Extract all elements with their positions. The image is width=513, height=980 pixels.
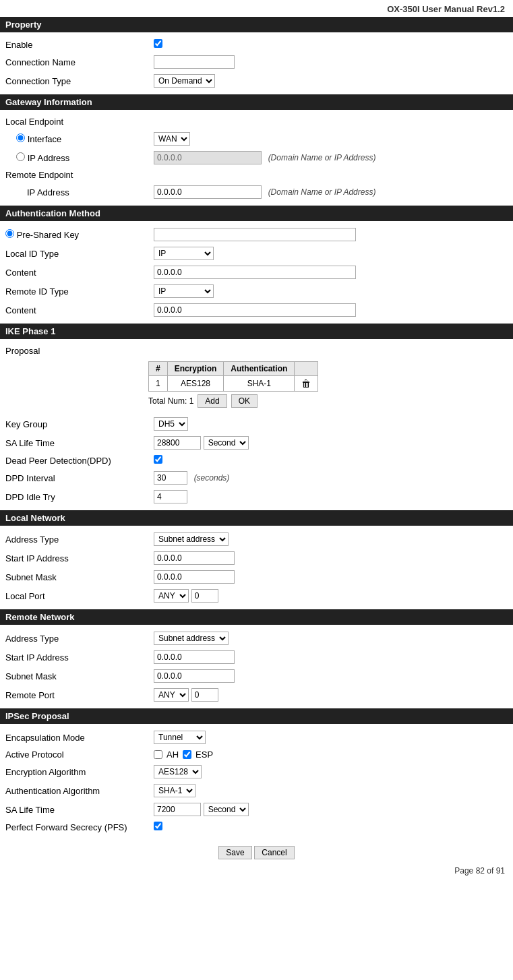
connection-name-label: Connection Name <box>0 53 148 71</box>
enable-label: Enable <box>0 36 148 53</box>
auth-algo-label: Authentication Algorithm <box>0 781 148 800</box>
sa-life-time-input[interactable] <box>154 436 201 450</box>
cancel-button[interactable]: Cancel <box>254 846 294 859</box>
dpd-interval-input[interactable] <box>154 471 187 485</box>
ah-label: AH <box>167 749 179 760</box>
remote-port-label: Remote Port <box>0 685 148 704</box>
enable-checkbox[interactable] <box>154 39 162 48</box>
enc-algo-label: Encryption Algorithm <box>0 762 148 781</box>
remote-endpoint-label: Remote Endpoint <box>0 167 148 183</box>
key-group-select[interactable]: DH1 DH2 DH5 <box>154 417 188 431</box>
add-proposal-button[interactable]: Add <box>198 394 227 408</box>
sa-life-time-unit-select[interactable]: Second Minute Hour <box>204 436 249 450</box>
remote-ip-label: IP Address <box>0 183 148 202</box>
encap-mode-label: Encapsulation Mode <box>0 728 148 747</box>
local-address-type-select[interactable]: Subnet address Single address Any <box>154 532 229 546</box>
interface-radio[interactable] <box>16 133 25 142</box>
remote-subnet-mask-input[interactable] <box>154 669 235 683</box>
local-subnet-mask-label: Subnet Mask <box>0 568 148 586</box>
dpd-checkbox[interactable] <box>154 455 162 464</box>
pre-shared-key-label: Pre-Shared Key <box>0 225 148 244</box>
pfs-checkbox[interactable] <box>154 822 162 830</box>
remote-address-type-label: Address Type <box>0 629 148 648</box>
ok-proposal-button[interactable]: OK <box>231 394 258 408</box>
remote-port-value-input[interactable] <box>191 688 218 702</box>
key-group-label: Key Group <box>0 415 148 433</box>
ah-checkbox[interactable] <box>154 750 162 759</box>
local-port-select[interactable]: ANY TCP UDP <box>154 589 189 603</box>
pre-shared-key-input[interactable] <box>154 228 356 241</box>
pre-shared-key-radio[interactable] <box>5 229 14 238</box>
local-subnet-mask-input[interactable] <box>154 570 235 584</box>
proposal-col-action <box>295 362 318 376</box>
dpd-label: Dead Peer Detection(DPD) <box>0 452 148 468</box>
local-address-type-label: Address Type <box>0 530 148 549</box>
dpd-interval-hint: (seconds) <box>194 473 230 483</box>
connection-type-select[interactable]: On Demand Always On Manual <box>154 74 215 88</box>
ipsec-sa-life-time-label: SA Life Time <box>0 800 148 819</box>
connection-name-input[interactable] <box>154 55 235 69</box>
remote-ip-hint: (Domain Name or IP Address) <box>268 187 376 197</box>
interface-radio-label: Interface <box>0 129 148 148</box>
dpd-interval-label: DPD Interval <box>0 468 148 487</box>
proposal-row-authentication: SHA-1 <box>224 376 295 392</box>
local-content-input[interactable] <box>154 266 356 279</box>
property-section-header: Property <box>0 17 513 32</box>
save-button[interactable]: Save <box>218 846 251 859</box>
local-network-section-header: Local Network <box>0 510 513 526</box>
dpd-idle-try-input[interactable] <box>154 490 187 503</box>
sa-life-time-label: SA Life Time <box>0 433 148 452</box>
encap-mode-select[interactable]: Tunnel Transport <box>154 731 206 744</box>
active-protocol-label: Active Protocol <box>0 747 148 762</box>
local-content-label: Content <box>0 263 148 282</box>
local-ip-address-input[interactable] <box>154 151 262 164</box>
remote-content-input[interactable] <box>154 303 356 317</box>
local-ip-hint: (Domain Name or IP Address) <box>268 153 376 162</box>
remote-address-type-select[interactable]: Subnet address Single address Any <box>154 632 229 645</box>
local-id-type-label: Local ID Type <box>0 244 148 263</box>
proposal-col-authentication: Authentication <box>224 362 295 376</box>
remote-id-type-select[interactable]: IP FQDN User FQDN <box>154 284 214 298</box>
auth-algo-select[interactable]: SHA-1 MD5 <box>154 784 195 797</box>
local-endpoint-label: Local Endpoint <box>0 114 148 129</box>
local-port-label: Local Port <box>0 586 148 605</box>
proposal-col-encryption: Encryption <box>167 362 224 376</box>
proposal-table: # Encryption Authentication 1 AES128 SHA… <box>148 361 318 392</box>
table-row: 1 AES128 SHA-1 <box>149 376 318 392</box>
connection-type-label: Connection Type <box>0 71 148 90</box>
esp-label: ESP <box>195 749 213 760</box>
proposal-row-num: 1 <box>149 376 168 392</box>
remote-content-label: Content <box>0 301 148 319</box>
local-start-ip-label: Start IP Address <box>0 549 148 568</box>
remote-port-select[interactable]: ANY TCP UDP <box>154 688 189 702</box>
local-id-type-select[interactable]: IP FQDN User FQDN <box>154 247 214 260</box>
remote-start-ip-input[interactable] <box>154 650 235 664</box>
total-num-label: Total Num: 1 <box>148 396 193 406</box>
delete-proposal-icon[interactable] <box>301 378 311 389</box>
proposal-label: Proposal <box>0 343 148 359</box>
page-title: OX-350I User Manual Rev1.2 <box>0 0 513 17</box>
proposal-row-encryption: AES128 <box>167 376 224 392</box>
pfs-label: Perfect Forward Secrecy (PFS) <box>0 819 148 835</box>
ike-phase1-section-header: IKE Phase 1 <box>0 324 513 339</box>
remote-subnet-mask-label: Subnet Mask <box>0 667 148 685</box>
remote-id-type-label: Remote ID Type <box>0 282 148 301</box>
remote-start-ip-label: Start IP Address <box>0 648 148 667</box>
remote-network-section-header: Remote Network <box>0 609 513 625</box>
bottom-buttons-area: Save Cancel <box>0 839 513 863</box>
ipsec-sa-life-time-input[interactable] <box>154 803 201 816</box>
local-start-ip-input[interactable] <box>154 551 235 565</box>
dpd-idle-try-label: DPD Idle Try <box>0 487 148 506</box>
proposal-col-num: # <box>149 362 168 376</box>
page-footer: Page 82 of 91 <box>0 863 513 878</box>
ip-address-radio[interactable] <box>16 152 25 161</box>
interface-select[interactable]: WAN LAN <box>154 132 190 146</box>
esp-checkbox[interactable] <box>183 750 191 759</box>
local-port-value-input[interactable] <box>191 589 218 603</box>
enc-algo-select[interactable]: AES128 AES192 AES256 3DES DES <box>154 765 202 778</box>
remote-ip-address-input[interactable] <box>154 185 262 199</box>
auth-section-header: Authentication Method <box>0 206 513 221</box>
ip-address-radio-label: IP Address <box>0 148 148 167</box>
ipsec-sa-life-time-unit-select[interactable]: Second Minute Hour <box>204 803 249 816</box>
gateway-section-header: Gateway Information <box>0 94 513 110</box>
